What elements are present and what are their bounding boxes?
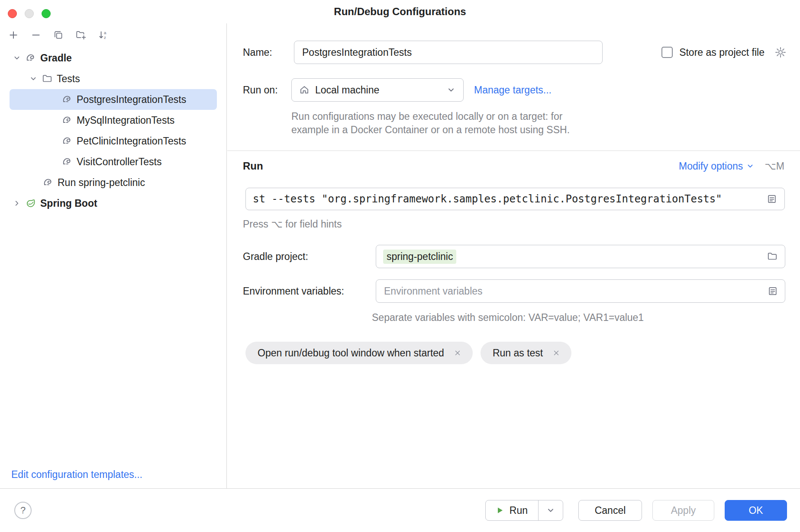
modify-options-row: Modify options ⌥M	[679, 156, 784, 176]
home-icon	[299, 84, 310, 96]
browse-folder-icon[interactable]	[764, 248, 781, 265]
tree-node-label: PostgresIntegrationTests	[77, 94, 186, 106]
dialog-title: Run/Debug Configurations	[334, 6, 466, 18]
chevron-right-icon[interactable]	[11, 198, 23, 209]
zoom-window-button[interactable]	[42, 9, 51, 18]
gradle-project-value: spring-petclinic	[383, 250, 456, 264]
tag-run-as-test[interactable]: Run as test	[481, 342, 571, 364]
tag-label: Open run/debug tool window when started	[258, 347, 444, 359]
run-options-dropdown[interactable]	[539, 500, 563, 520]
tree-node-label: Tests	[57, 73, 80, 85]
name-label: Name:	[243, 41, 272, 64]
gradle-icon	[61, 135, 73, 147]
spring-boot-icon	[25, 198, 36, 209]
configuration-editor: Name: Store as project file Run on: Loca…	[227, 23, 800, 488]
remove-tag-icon[interactable]	[453, 348, 462, 358]
store-as-project-file-row: Store as project file	[661, 41, 787, 64]
modify-options-link[interactable]: Modify options	[679, 160, 755, 172]
tree-node-label: MySqlIntegrationTests	[77, 115, 174, 126]
environment-variables-field-wrapper	[376, 279, 785, 303]
environment-variables-hint: Separate variables with semicolon: VAR=v…	[372, 312, 644, 324]
play-icon	[494, 505, 505, 516]
chevron-down-icon[interactable]	[11, 52, 23, 64]
help-button[interactable]: ?	[14, 502, 32, 519]
gradle-icon	[61, 94, 73, 105]
tree-node-label: Run spring-petclinic	[58, 177, 145, 189]
run-command-input[interactable]	[246, 188, 764, 210]
configurations-sidebar: Gradle Tests PostgresIntegrationTests My…	[0, 23, 227, 488]
modify-options-shortcut: ⌥M	[765, 160, 784, 172]
dialog-footer: ? Run Cancel Apply OK	[0, 488, 800, 532]
sort-configurations-button[interactable]	[96, 28, 111, 42]
add-configuration-button[interactable]	[6, 28, 21, 42]
run-command-field-wrapper	[245, 188, 785, 210]
tree-node-mysql-integration-tests[interactable]: MySqlIntegrationTests	[0, 110, 226, 131]
title-bar: Run/Debug Configurations	[0, 0, 800, 23]
run-split-button: Run	[485, 500, 563, 521]
cancel-button[interactable]: Cancel	[578, 500, 642, 521]
run-button-label: Run	[510, 505, 528, 516]
tree-node-label: Spring Boot	[40, 198, 97, 209]
name-field-wrapper	[294, 41, 603, 64]
gear-icon[interactable]	[774, 46, 787, 59]
tree-node-spring-boot[interactable]: Spring Boot	[0, 193, 226, 214]
tree-node-run-spring-petclinic[interactable]: Run spring-petclinic	[0, 172, 226, 193]
tree-node-gradle[interactable]: Gradle	[0, 48, 226, 68]
environment-variables-label: Environment variables:	[243, 279, 344, 303]
run-section-title: Run	[243, 156, 263, 176]
gradle-icon	[61, 156, 73, 167]
environment-variables-input[interactable]	[376, 280, 765, 302]
configurations-tree: Gradle Tests PostgresIntegrationTests My…	[0, 48, 226, 214]
gradle-project-field[interactable]: spring-petclinic	[376, 245, 785, 268]
close-window-button[interactable]	[8, 9, 17, 18]
gradle-icon	[25, 52, 36, 64]
run-on-label: Run on:	[243, 78, 278, 102]
manage-targets-link[interactable]: Manage targets...	[474, 78, 552, 102]
run-button[interactable]: Run	[486, 500, 538, 520]
minimize-window-button[interactable]	[25, 9, 34, 18]
folder-icon	[42, 73, 53, 84]
store-as-project-file-label: Store as project file	[679, 47, 765, 58]
chevron-down-icon	[745, 161, 755, 171]
tree-node-label: VisitControllerTests	[77, 156, 161, 168]
chevron-down-icon	[545, 505, 556, 516]
tag-label: Run as test	[493, 347, 543, 359]
tree-node-tests-folder[interactable]: Tests	[0, 68, 226, 89]
run-on-hint-text: Run configurations may be executed local…	[291, 110, 600, 137]
modify-options-label: Modify options	[679, 160, 743, 172]
ok-button[interactable]: OK	[725, 500, 787, 521]
run-on-select[interactable]: Local machine	[291, 78, 464, 102]
tree-node-petclinic-integration-tests[interactable]: PetClinicIntegrationTests	[0, 131, 226, 151]
gradle-icon	[42, 177, 54, 188]
tree-node-label: Gradle	[40, 52, 72, 64]
tag-open-run-debug-tool-window[interactable]: Open run/debug tool window when started	[245, 342, 473, 364]
expand-field-icon[interactable]	[765, 282, 781, 300]
sidebar-toolbar	[0, 23, 226, 42]
gradle-icon	[61, 115, 73, 126]
gradle-project-label: Gradle project:	[243, 245, 308, 268]
tree-node-visit-controller-tests[interactable]: VisitControllerTests	[0, 151, 226, 172]
chevron-down-icon[interactable]	[28, 73, 39, 84]
remove-tag-icon[interactable]	[552, 348, 561, 358]
option-tags: Open run/debug tool window when started …	[245, 342, 571, 364]
store-as-project-file-checkbox[interactable]	[661, 47, 673, 58]
window-controls	[8, 9, 51, 18]
tree-node-postgres-integration-tests[interactable]: PostgresIntegrationTests	[10, 89, 217, 110]
field-hints-text: Press ⌥ for field hints	[243, 218, 342, 230]
copy-configuration-button[interactable]	[51, 28, 66, 42]
chevron-down-icon	[446, 85, 456, 95]
section-divider	[227, 151, 800, 151]
name-input[interactable]	[294, 41, 602, 64]
remove-configuration-button[interactable]	[29, 28, 43, 42]
expand-field-icon[interactable]	[764, 190, 780, 208]
new-folder-button[interactable]	[74, 28, 88, 42]
edit-configuration-templates-link[interactable]: Edit configuration templates...	[11, 469, 142, 481]
apply-button[interactable]: Apply	[652, 500, 714, 521]
tree-node-label: PetClinicIntegrationTests	[77, 135, 186, 147]
run-on-value: Local machine	[315, 84, 441, 96]
footer-buttons: Run Cancel Apply OK	[485, 500, 787, 521]
